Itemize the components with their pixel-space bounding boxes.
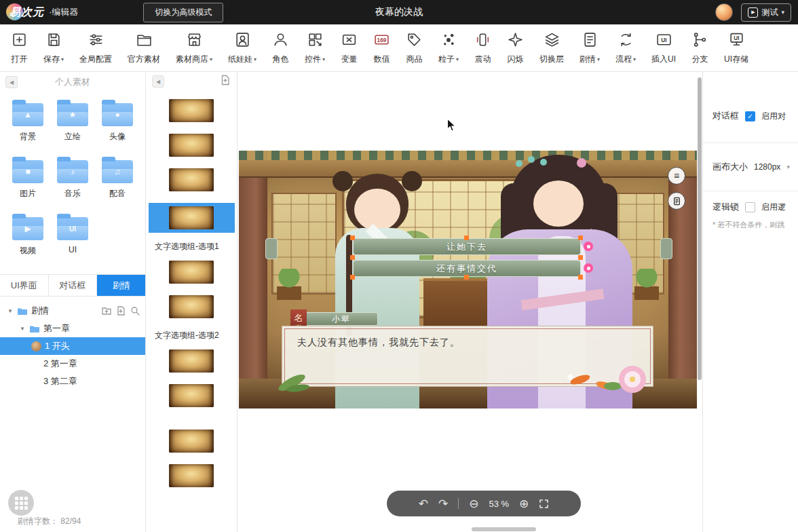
toolbar-item-open[interactable]: 打开: [11, 31, 28, 65]
folder-music[interactable]: ♪ 音乐: [50, 160, 95, 200]
choice-scroll-right[interactable]: [660, 238, 672, 259]
speaker-name: 小翠: [305, 312, 378, 326]
folder-video[interactable]: ▶ 视频: [5, 217, 50, 256]
toolbar-item-paper-doll[interactable]: 纸娃娃▾: [228, 31, 256, 65]
folder-icon: UI: [57, 217, 88, 240]
selection-handle[interactable]: [350, 275, 355, 280]
tree-item-chapter1[interactable]: 2 第一章: [0, 355, 145, 373]
selection-handle[interactable]: [464, 275, 469, 280]
tab-ui-interface[interactable]: UI界面: [0, 275, 49, 296]
undo-icon[interactable]: ↶: [419, 498, 428, 510]
game-preview[interactable]: 让她下去 还有事情交代 名 小翠 夫人没有其他事情，我就先下去了。: [239, 151, 697, 408]
folder-images[interactable]: ■ 图片: [5, 160, 50, 200]
global-config-icon: [88, 31, 104, 51]
tree-item-opening[interactable]: 1 开头: [0, 337, 145, 355]
widget-icon: [307, 31, 324, 51]
game-menu-button[interactable]: ≡: [668, 167, 685, 185]
scene-thumbnail[interactable]: [169, 384, 214, 407]
tab-plot[interactable]: 剧情: [97, 275, 145, 296]
canvas-size-select[interactable]: 1280px: [754, 162, 780, 172]
folder-label: UI: [69, 245, 77, 254]
folder-icon: ♪: [57, 160, 88, 183]
toolbar-item-layer-switch[interactable]: 切换层: [539, 31, 564, 65]
zoom-out-icon[interactable]: ⊖: [469, 498, 478, 510]
toolbar-item-plot[interactable]: 剧情▾: [580, 31, 600, 65]
toolbar-item-character[interactable]: 角色: [272, 31, 289, 65]
toolbar-item-insert-ui[interactable]: UI 插入UI: [651, 31, 676, 65]
scene-thumbnail[interactable]: [169, 168, 214, 191]
collapse-panel-button[interactable]: ◀: [152, 75, 164, 88]
selection-handle[interactable]: [578, 275, 583, 280]
tree-item-chapter2[interactable]: 3 第二章: [0, 373, 145, 390]
toolbar-item-numeric[interactable]: 169 数值: [373, 31, 390, 65]
search-icon[interactable]: [130, 306, 140, 316]
selection-handle[interactable]: [578, 235, 583, 240]
toolbar-item-variable[interactable]: 变量: [341, 31, 358, 65]
menu-icon: ≡: [674, 170, 679, 181]
choice-scroll-left[interactable]: [265, 238, 278, 259]
scene-thumbnail-panel: ◀ 文字选项组-选项1 文字选项组-选项2: [146, 72, 238, 532]
redo-icon[interactable]: ↷: [438, 498, 448, 510]
toolbar-item-asset-store[interactable]: 素材商店▾: [176, 31, 212, 65]
toolbar-item-goods[interactable]: 商品: [406, 31, 423, 65]
scene-thumbnail[interactable]: [169, 99, 214, 122]
zoom-in-icon[interactable]: ⊕: [519, 498, 529, 510]
rotate-handle[interactable]: [584, 263, 593, 273]
tree-expand-icon[interactable]: ▾: [7, 307, 14, 314]
scene-thumbnail[interactable]: [169, 464, 214, 487]
toolbar-item-ui-storage[interactable]: UI UI存储: [724, 31, 748, 65]
toolbar-item-shake[interactable]: 震动: [474, 31, 491, 65]
folder-background[interactable]: ▲ 背景: [5, 103, 50, 142]
tree-expand-icon[interactable]: ▾: [19, 325, 26, 332]
advanced-mode-button[interactable]: 切换为高级模式: [143, 3, 223, 22]
dropdown-caret-icon: ▾: [61, 56, 64, 62]
app-logo[interactable]: 易次元 ·编辑器: [10, 5, 78, 20]
folder-ui[interactable]: UI UI: [50, 217, 95, 256]
canvas-vertical-scrollbar[interactable]: [698, 77, 702, 380]
toolbar-label: 素材商店: [176, 54, 208, 65]
speaker-nametag[interactable]: 名 小翠: [290, 309, 378, 327]
tree-root-plot[interactable]: ▾ 剧情: [0, 302, 145, 320]
scene-thumbnail[interactable]: [169, 261, 214, 284]
fullscreen-icon[interactable]: [539, 499, 549, 509]
scene-thumbnail[interactable]: [169, 349, 214, 373]
toolbar-item-particle[interactable]: 粒子▾: [438, 31, 459, 65]
selection-handle[interactable]: [350, 235, 355, 240]
new-node-icon[interactable]: [220, 75, 231, 88]
logic-lock-checkbox[interactable]: [745, 202, 755, 212]
collapse-sidebar-button[interactable]: ◀: [5, 76, 18, 88]
scene-thumbnail[interactable]: [169, 430, 214, 453]
new-folder-icon[interactable]: [102, 306, 111, 316]
editor-canvas[interactable]: 让她下去 还有事情交代 名 小翠 夫人没有其他事情，我就先下去了。: [238, 72, 702, 532]
thumbnail-group-label: 文字选项组-选项2: [155, 330, 219, 341]
toolbar-item-global-config[interactable]: 全局配置: [79, 31, 112, 65]
toolbar-item-flash[interactable]: 闪烁: [507, 31, 524, 65]
new-file-icon[interactable]: [116, 306, 126, 316]
scene-thumbnail-selected[interactable]: [149, 203, 235, 233]
test-button[interactable]: ▶ 测试 ▾: [741, 3, 791, 22]
tab-dialog[interactable]: 对话框: [49, 275, 98, 296]
game-log-button[interactable]: [668, 192, 685, 210]
choice-button-1[interactable]: 让她下去: [353, 238, 581, 255]
selection-handle[interactable]: [578, 255, 583, 260]
toolbar-item-branch[interactable]: 分支: [691, 31, 708, 65]
canvas-horizontal-scrollbar[interactable]: [472, 527, 536, 531]
dialog-box[interactable]: 夫人没有其他事情，我就先下去了。: [282, 326, 653, 387]
selection-handle[interactable]: [350, 255, 355, 260]
toolbar-item-flow[interactable]: 流程▾: [615, 31, 636, 65]
dialog-enabled-checkbox[interactable]: ✓: [745, 111, 755, 121]
rotate-handle[interactable]: [584, 242, 593, 251]
folder-voice[interactable]: ♫ 配音: [95, 160, 140, 200]
user-avatar[interactable]: [715, 3, 733, 21]
folder-avatar[interactable]: ● 头像: [95, 103, 140, 142]
scene-thumbnail[interactable]: [169, 134, 214, 157]
tree-chapter-one[interactable]: ▾ 第一章: [0, 320, 145, 337]
toolbar-item-official-assets[interactable]: 官方素材: [128, 31, 160, 65]
play-icon: ▶: [748, 7, 758, 18]
scene-thumbnail[interactable]: [169, 295, 214, 318]
toolbar-item-widget[interactable]: 控件▾: [305, 31, 325, 65]
toolbar-item-save[interactable]: 保存▾: [43, 31, 64, 65]
insert-ui-icon: UI: [656, 31, 672, 51]
folder-character-art[interactable]: ★ 立绘: [50, 103, 95, 142]
selection-handle[interactable]: [464, 235, 469, 240]
